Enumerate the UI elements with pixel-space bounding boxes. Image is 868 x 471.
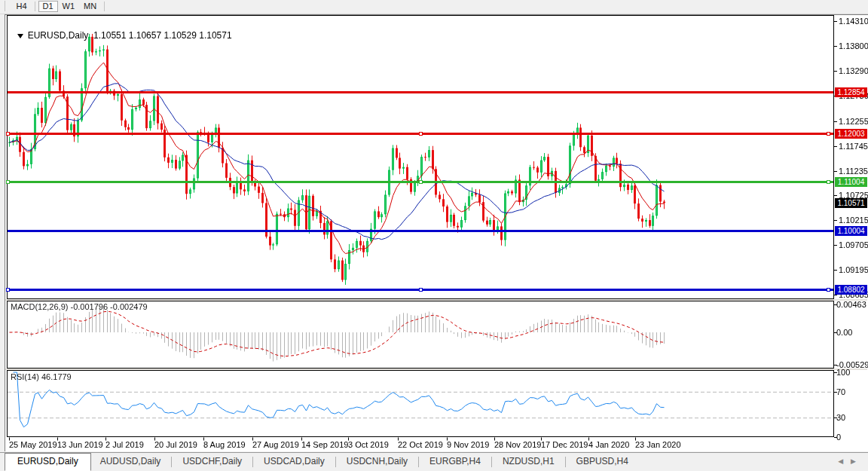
- horizontal-line-1.10004[interactable]: [8, 230, 833, 232]
- chart-info-line: EURUSD,Daily 1.10551 1.10657 1.10529 1.1…: [12, 20, 232, 41]
- tab-separator: [418, 457, 419, 467]
- tab-separator: [335, 457, 336, 467]
- price-axis-tick: 1.12255: [839, 117, 868, 126]
- price-axis-tick: 1.13290: [839, 66, 868, 75]
- date-axis-label: 9 Nov 2019: [447, 440, 489, 449]
- date-axis-label: 4 Jan 2020: [588, 440, 629, 449]
- macd-axis-tick: 0.00: [836, 328, 852, 337]
- date-axis-label: 27 Aug 2019: [252, 440, 299, 449]
- price-axis-tick: 1.11745: [839, 142, 868, 151]
- rsi-value: 46.1779: [41, 372, 72, 381]
- price-chart-canvas[interactable]: [0, 0, 868, 471]
- tab-usdcad-daily[interactable]: USDCAD,Daily: [255, 453, 334, 470]
- horizontal-line-1.12854[interactable]: [8, 91, 833, 93]
- tab-eurgbp-h4[interactable]: EURGBP,H4: [420, 453, 490, 470]
- line-handle-right[interactable]: [827, 180, 830, 184]
- date-axis-label: 13 Jun 2019: [57, 440, 103, 449]
- date-axis-label: 25 May 2019: [9, 440, 57, 449]
- line-handle-left[interactable]: [6, 132, 10, 136]
- ohlc-low: 1.10529: [164, 30, 197, 41]
- rsi-label: RSI(14) 46.1779: [11, 372, 72, 381]
- date-axis-label: 3 Oct 2019: [348, 440, 389, 449]
- date-axis-label: 28 Nov 2019: [494, 440, 541, 449]
- date-axis-label: 22 Oct 2019: [398, 440, 443, 449]
- tab-separator: [491, 457, 492, 467]
- price-level-tag: 1.10004: [835, 226, 867, 236]
- toolbar-separator: [104, 2, 105, 11]
- price-axis-tick: 1.11235: [839, 167, 868, 176]
- price-axis-tick: 1.09705: [839, 240, 868, 249]
- line-handle-right[interactable]: [827, 288, 830, 292]
- tab-scroll-right-icon[interactable]: ▶: [851, 457, 863, 465]
- line-handle-center[interactable]: [419, 288, 423, 292]
- tab-separator: [565, 457, 566, 467]
- tab-scroll-arrows[interactable]: ◀▶: [838, 457, 863, 465]
- panel-splitter-macd[interactable]: [5, 299, 867, 301]
- timeframe-button-mn[interactable]: MN: [79, 1, 101, 12]
- chart-tab-bar: EURUSD,DailyAUDUSD,DailyUSDCHF,DailyUSDC…: [0, 452, 868, 471]
- date-axis-label: 17 Dec 2019: [541, 440, 588, 449]
- timeframe-button-d1[interactable]: D1: [38, 1, 58, 12]
- current-price-tag: 1.10571: [835, 198, 867, 208]
- price-level-tag: 1.08802: [835, 285, 867, 295]
- date-axis-label: 8 Aug 2019: [203, 440, 246, 449]
- tab-gbpusd-h4[interactable]: GBPUSD,H4: [567, 453, 637, 470]
- tab-usdcnh-daily[interactable]: USDCNH,Daily: [338, 453, 417, 470]
- line-handle-center[interactable]: [419, 132, 423, 136]
- price-axis-tick: 1.14310: [839, 17, 868, 26]
- macd-values: -0.001796 -0.002479: [70, 302, 147, 311]
- tab-separator: [171, 457, 172, 467]
- date-axis-label: 2 Jul 2019: [105, 440, 144, 449]
- tab-separator: [252, 457, 253, 467]
- line-handle-center[interactable]: [419, 180, 423, 184]
- date-axis-label: 14 Sep 2019: [301, 440, 348, 449]
- price-axis-tick: 1.10215: [839, 216, 868, 225]
- tab-audusd-daily[interactable]: AUDUSD,Daily: [91, 453, 170, 470]
- toolbar-separator: [35, 2, 35, 11]
- price-level-tag: 1.12854: [835, 87, 867, 97]
- line-handle-left[interactable]: [6, 180, 10, 184]
- date-axis-label: 20 Jul 2019: [154, 440, 197, 449]
- line-handle-left[interactable]: [6, 288, 10, 292]
- price-level-tag: 1.11004: [835, 177, 867, 187]
- date-axis-label: 23 Jan 2020: [635, 440, 681, 449]
- price-axis-tick: 1.13800: [839, 41, 868, 50]
- rsi-axis-tick: 30: [836, 413, 845, 422]
- price-axis-tick: 1.09195: [839, 265, 868, 274]
- chart-menu-icon[interactable]: [17, 34, 23, 38]
- tab-nzdusd-h1[interactable]: NZDUSD,H1: [494, 453, 564, 470]
- timeframe-button-w1[interactable]: W1: [58, 1, 80, 12]
- rsi-axis-tick: 100: [836, 368, 850, 377]
- panel-splitter-rsi[interactable]: [5, 369, 867, 370]
- chart-symbol-label: EURUSD,Daily: [28, 30, 89, 41]
- ohlc-open: 1.10551: [93, 30, 126, 41]
- timeframe-button-h4[interactable]: H4: [11, 1, 31, 12]
- rsi-axis-tick: 70: [836, 387, 845, 396]
- ohlc-close: 1.10571: [199, 30, 231, 41]
- macd-axis-tick: 0.00463: [836, 300, 866, 309]
- price-level-tag: 1.12003: [835, 129, 867, 139]
- tab-eurusd-daily[interactable]: EURUSD,Daily: [5, 453, 91, 471]
- tab-usdchf-daily[interactable]: USDCHF,Daily: [173, 453, 251, 470]
- tab-scroll-left-icon[interactable]: ◀: [838, 457, 851, 465]
- macd-label: MACD(12,26,9) -0.001796 -0.002479: [11, 302, 148, 311]
- line-handle-right[interactable]: [827, 132, 830, 136]
- ohlc-high: 1.10657: [129, 30, 161, 41]
- timeframe-toolbar: H4D1W1MN: [0, 0, 868, 14]
- rsi-axis-tick: 0: [836, 433, 841, 442]
- toolbar-edge: [0, 1, 5, 11]
